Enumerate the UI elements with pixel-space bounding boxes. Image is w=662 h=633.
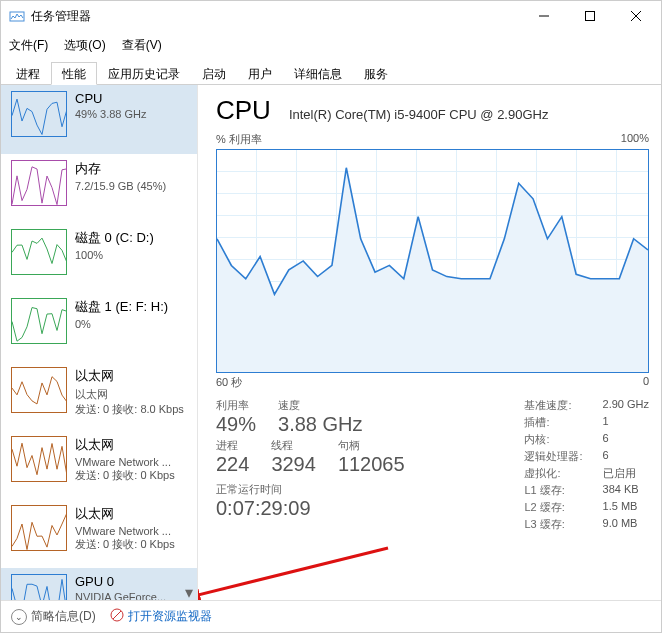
speed-value: 3.88 GHz xyxy=(278,413,362,436)
sidebar-thumb xyxy=(11,574,67,600)
sidebar: CPU49% 3.88 GHz内存7.2/15.9 GB (45%)磁盘 0 (… xyxy=(1,85,198,600)
sidebar-item-sub: VMware Network ... xyxy=(75,456,175,468)
stat-label: 逻辑处理器: xyxy=(524,449,582,464)
stat-value: 1.5 MB xyxy=(603,500,649,515)
stat-label: 插槽: xyxy=(524,415,582,430)
menu-options[interactable]: 选项(O) xyxy=(56,33,113,58)
app-icon xyxy=(9,8,25,24)
sidebar-item-sub: 发送: 0 接收: 0 Kbps xyxy=(75,468,175,483)
sidebar-item-sub: VMware Network ... xyxy=(75,525,175,537)
detail-title: CPU xyxy=(216,95,271,126)
menu-view[interactable]: 查看(V) xyxy=(114,33,170,58)
svg-line-8 xyxy=(113,611,121,619)
thread-label: 线程 xyxy=(271,438,316,453)
tab-apphistory[interactable]: 应用历史记录 xyxy=(97,62,191,85)
sidebar-item-2[interactable]: 磁盘 0 (C: D:)100% xyxy=(1,223,197,292)
sidebar-thumb xyxy=(11,160,67,206)
sidebar-item-0[interactable]: CPU49% 3.88 GHz xyxy=(1,85,197,154)
detail-panel: CPU Intel(R) Core(TM) i5-9400F CPU @ 2.9… xyxy=(198,85,661,600)
sidebar-thumb xyxy=(11,436,67,482)
sidebar-item-sub: 100% xyxy=(75,249,154,261)
maximize-button[interactable] xyxy=(567,1,613,31)
sidebar-item-3[interactable]: 磁盘 1 (E: F: H:)0% xyxy=(1,292,197,361)
annotation-arrow-icon xyxy=(198,538,398,600)
util-value: 49% xyxy=(216,413,256,436)
sidebar-thumb xyxy=(11,229,67,275)
proc-value: 224 xyxy=(216,453,249,476)
scroll-down-icon[interactable]: ▾ xyxy=(181,584,197,600)
chart-xleft: 60 秒 xyxy=(216,375,242,390)
speed-label: 速度 xyxy=(278,398,362,413)
sidebar-item-title: GPU 0 xyxy=(75,574,166,589)
stat-value: 6 xyxy=(603,449,649,464)
chart-ylabel: % 利用率 xyxy=(216,132,262,147)
resmon-label: 打开资源监视器 xyxy=(128,608,212,625)
uptime-label: 正常运行时间 xyxy=(216,482,500,497)
tab-services[interactable]: 服务 xyxy=(353,62,399,85)
sidebar-thumb xyxy=(11,298,67,344)
sidebar-item-1[interactable]: 内存7.2/15.9 GB (45%) xyxy=(1,154,197,223)
stat-value: 9.0 MB xyxy=(603,517,649,532)
sidebar-item-sub: 7.2/15.9 GB (45%) xyxy=(75,180,166,192)
tab-details[interactable]: 详细信息 xyxy=(283,62,353,85)
detail-subtitle: Intel(R) Core(TM) i5-9400F CPU @ 2.90GHz xyxy=(289,107,549,122)
menu-file[interactable]: 文件(F) xyxy=(1,33,56,58)
close-button[interactable] xyxy=(613,1,659,31)
util-label: 利用率 xyxy=(216,398,256,413)
sidebar-item-5[interactable]: 以太网VMware Network ...发送: 0 接收: 0 Kbps xyxy=(1,430,197,499)
sidebar-thumb xyxy=(11,367,67,413)
sidebar-thumb xyxy=(11,505,67,551)
sidebar-item-sub: NVIDIA GeForce... xyxy=(75,591,166,600)
sidebar-item-title: 磁盘 0 (C: D:) xyxy=(75,229,154,247)
tab-performance[interactable]: 性能 xyxy=(51,62,97,85)
sidebar-item-sub: 以太网 xyxy=(75,387,184,402)
stat-label: 内核: xyxy=(524,432,582,447)
stat-value: 384 KB xyxy=(603,483,649,498)
window-title: 任务管理器 xyxy=(31,8,521,25)
sidebar-item-title: 以太网 xyxy=(75,367,184,385)
sidebar-item-6[interactable]: 以太网VMware Network ...发送: 0 接收: 0 Kbps xyxy=(1,499,197,568)
handle-label: 句柄 xyxy=(338,438,405,453)
sidebar-item-sub: 49% 3.88 GHz xyxy=(75,108,147,120)
stats-left: 利用率 49% 速度 3.88 GHz 进程 224 线程 32 xyxy=(216,398,500,532)
menu-bar: 文件(F) 选项(O) 查看(V) xyxy=(1,31,661,61)
sidebar-item-title: 以太网 xyxy=(75,505,175,523)
resmon-icon xyxy=(110,608,124,625)
tab-processes[interactable]: 进程 xyxy=(5,62,51,85)
svg-line-6 xyxy=(198,548,388,596)
stat-label: L2 缓存: xyxy=(524,500,582,515)
open-resource-monitor-link[interactable]: 打开资源监视器 xyxy=(110,608,212,625)
sidebar-item-title: 以太网 xyxy=(75,436,175,454)
stat-value: 1 xyxy=(603,415,649,430)
title-bar: 任务管理器 xyxy=(1,1,661,31)
chart-xright: 0 xyxy=(643,375,649,390)
stat-label: 基准速度: xyxy=(524,398,582,413)
minimize-button[interactable] xyxy=(521,1,567,31)
cpu-chart xyxy=(216,149,649,373)
stat-label: 虚拟化: xyxy=(524,466,582,481)
stat-value: 2.90 GHz xyxy=(603,398,649,413)
stat-label: L1 缓存: xyxy=(524,483,582,498)
svg-rect-2 xyxy=(586,12,595,21)
chevron-down-icon: ⌄ xyxy=(11,609,27,625)
main-area: CPU49% 3.88 GHz内存7.2/15.9 GB (45%)磁盘 0 (… xyxy=(1,85,661,600)
tab-startup[interactable]: 启动 xyxy=(191,62,237,85)
proc-label: 进程 xyxy=(216,438,249,453)
stat-value: 6 xyxy=(603,432,649,447)
sidebar-item-sub: 发送: 0 接收: 8.0 Kbps xyxy=(75,402,184,417)
uptime-value: 0:07:29:09 xyxy=(216,497,500,520)
sidebar-item-sub: 0% xyxy=(75,318,168,330)
stat-label: L3 缓存: xyxy=(524,517,582,532)
sidebar-item-sub: 发送: 0 接收: 0 Kbps xyxy=(75,537,175,552)
sidebar-item-title: 磁盘 1 (E: F: H:) xyxy=(75,298,168,316)
tab-users[interactable]: 用户 xyxy=(237,62,283,85)
stat-value: 已启用 xyxy=(603,466,649,481)
fewer-details-link[interactable]: ⌄ 简略信息(D) xyxy=(11,608,96,625)
sidebar-item-4[interactable]: 以太网以太网发送: 0 接收: 8.0 Kbps xyxy=(1,361,197,430)
thread-value: 3294 xyxy=(271,453,316,476)
sidebar-thumb xyxy=(11,91,67,137)
sidebar-item-7[interactable]: GPU 0NVIDIA GeForce... xyxy=(1,568,197,600)
stats-right: 基准速度:2.90 GHz插槽:1内核:6逻辑处理器:6虚拟化:已启用L1 缓存… xyxy=(524,398,649,532)
handle-value: 112065 xyxy=(338,453,405,476)
sidebar-item-title: CPU xyxy=(75,91,147,106)
